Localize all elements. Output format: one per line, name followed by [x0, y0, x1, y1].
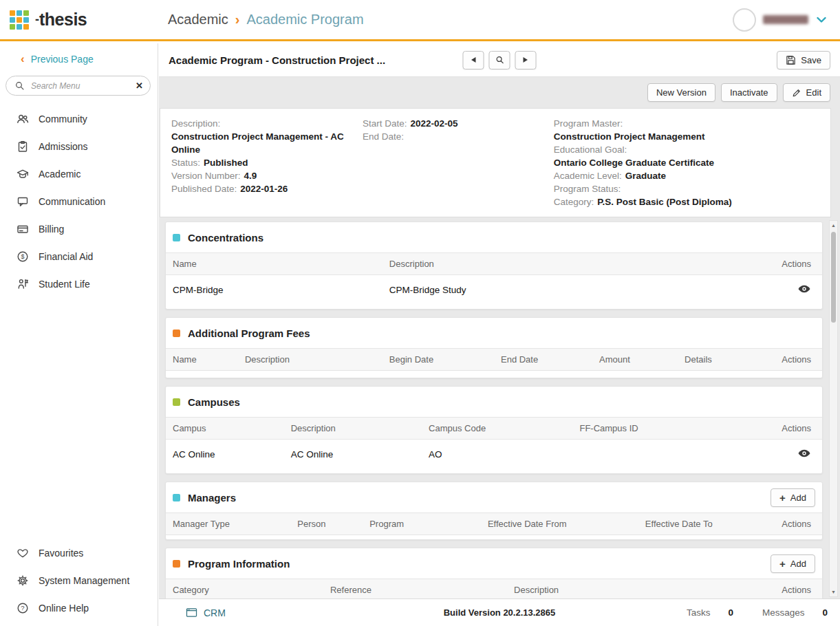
column-header: Name	[166, 349, 238, 371]
section-program-information: Program Information + Add Category Refer…	[165, 548, 823, 598]
menu-search[interactable]: ✕	[6, 76, 151, 96]
sidebar-item-label: Financial Aid	[39, 251, 93, 262]
column-header: Description	[507, 579, 730, 599]
table-header-row: Category Reference Description Actions	[166, 579, 822, 599]
vertical-scrollbar[interactable]: ▲ ▼	[829, 220, 838, 597]
status-value: Published	[204, 158, 248, 168]
edit-label: Edit	[806, 87, 821, 98]
page-title: Academic Program - Construction Project …	[169, 54, 385, 66]
add-manager-button[interactable]: + Add	[771, 488, 815, 507]
breadcrumb: Academic › Academic Program	[158, 12, 364, 28]
add-program-information-button[interactable]: + Add	[771, 554, 815, 573]
sidebar-bottom-group: Favourites System Management ? Online He…	[0, 539, 158, 622]
avatar[interactable]	[733, 8, 756, 32]
column-header: Begin Date	[383, 349, 494, 371]
previous-record-button[interactable]	[463, 51, 484, 69]
column-header: Amount	[592, 349, 678, 371]
view-icon[interactable]	[797, 449, 811, 458]
section-additional-program-fees: Additional Program Fees Name Description…	[165, 317, 823, 378]
published-date-label: Published Date:	[171, 184, 237, 194]
table-cell: AC Online	[284, 440, 422, 470]
sidebar-item-billing[interactable]: Billing	[0, 215, 158, 243]
column-header: Details	[678, 349, 756, 371]
save-button-label: Save	[801, 55, 821, 65]
user-menu[interactable]	[733, 8, 840, 32]
category-value: P.S. Post Basic (Post Diploma)	[597, 197, 732, 207]
next-record-button[interactable]	[515, 51, 537, 69]
back-arrow-icon: ‹	[21, 55, 25, 63]
messages-indicator[interactable]: Messages 0	[762, 607, 828, 618]
column-header: FF-Campus ID	[572, 418, 730, 440]
section-header: Program Information + Add	[166, 548, 822, 579]
sidebar-item-admissions[interactable]: Admissions	[0, 133, 158, 160]
sidebar-item-communication[interactable]: Communication	[0, 188, 158, 215]
sidebar-item-community[interactable]: Community	[0, 105, 158, 133]
sidebar-item-financial-aid[interactable]: $ Financial Aid	[0, 243, 158, 270]
scrollbar-thumb[interactable]	[831, 232, 836, 323]
section-bullet-icon	[173, 234, 180, 241]
record-toolbar: Academic Program - Construction Project …	[159, 43, 840, 77]
crm-label: CRM	[204, 607, 226, 618]
column-header: Description	[238, 349, 383, 371]
educational-goal-label: Educational Goal:	[554, 144, 627, 155]
sidebar-item-favourites[interactable]: Favourites	[0, 539, 158, 567]
search-input[interactable]	[31, 81, 130, 91]
inactivate-button[interactable]: Inactivate	[721, 83, 777, 102]
table-header-row: Name Description Begin Date End Date Amo…	[166, 349, 822, 371]
sidebar-item-academic[interactable]: Academic	[0, 160, 158, 188]
crm-link[interactable]: CRM	[185, 607, 226, 619]
campuses-table: Campus Description Campus Code FF-Campus…	[166, 417, 822, 469]
section-title: Concentrations	[188, 232, 263, 244]
sidebar-item-label: Communication	[39, 196, 105, 207]
edit-button[interactable]: Edit	[783, 83, 830, 102]
footer-counts: Tasks 0 Messages 0	[687, 607, 828, 618]
save-button[interactable]: Save	[777, 51, 830, 69]
sidebar-item-system-management[interactable]: System Management	[0, 567, 158, 594]
table-cell: CPM-Bridge Study	[383, 275, 724, 305]
section-campuses: Campuses Campus Description Campus Code …	[165, 386, 823, 474]
messages-count: 0	[822, 607, 828, 618]
svg-text:?: ?	[21, 604, 24, 612]
graduation-cap-icon	[17, 168, 29, 180]
section-title: Campuses	[188, 396, 240, 408]
record-nav-group	[463, 51, 537, 69]
sidebar-item-label: Student Life	[39, 279, 90, 290]
column-header: Actions	[724, 253, 822, 275]
column-header: Reference	[323, 579, 507, 599]
chevron-down-icon[interactable]	[815, 14, 828, 26]
column-header: Program	[363, 513, 481, 535]
tasks-count: 0	[728, 607, 733, 618]
previous-page-link[interactable]: ‹ Previous Page	[0, 43, 158, 73]
breadcrumb-section[interactable]: Academic	[168, 12, 228, 28]
tasks-indicator[interactable]: Tasks 0	[687, 607, 733, 618]
column-header: Description	[383, 253, 724, 275]
scroll-down-icon[interactable]: ▼	[830, 587, 837, 596]
sidebar-item-label: Online Help	[39, 603, 89, 614]
section-title: Managers	[188, 492, 236, 504]
section-header: Additional Program Fees	[166, 318, 822, 348]
record-search-button[interactable]	[489, 51, 510, 69]
scroll-up-icon[interactable]: ▲	[830, 221, 837, 230]
view-icon[interactable]	[797, 284, 811, 294]
sidebar-item-student-life[interactable]: Student Life	[0, 270, 158, 298]
academic-level-label: Academic Level:	[554, 171, 622, 181]
new-version-button[interactable]: New Version	[647, 83, 715, 102]
sidebar-item-online-help[interactable]: ? Online Help	[0, 594, 158, 622]
section-bullet-icon	[173, 560, 180, 568]
column-header: Name	[166, 253, 383, 275]
sidebar-item-label: Community	[39, 114, 87, 125]
section-bullet-icon	[173, 330, 180, 337]
clear-search-icon[interactable]: ✕	[136, 80, 143, 91]
plus-icon: +	[779, 559, 786, 569]
person-flag-icon	[17, 278, 29, 290]
section-bullet-icon	[173, 494, 180, 501]
category-label: Category:	[554, 197, 594, 207]
tasks-label: Tasks	[687, 607, 711, 618]
column-header: Effective Date From	[481, 513, 638, 535]
column-header: End Date	[494, 349, 592, 371]
app-logo[interactable]: - thesis	[0, 10, 158, 30]
column-header: Manager Type	[166, 513, 290, 535]
svg-text:$: $	[21, 253, 24, 260]
column-header: Actions	[730, 579, 822, 599]
program-information-table: Category Reference Description Actions	[166, 579, 822, 598]
